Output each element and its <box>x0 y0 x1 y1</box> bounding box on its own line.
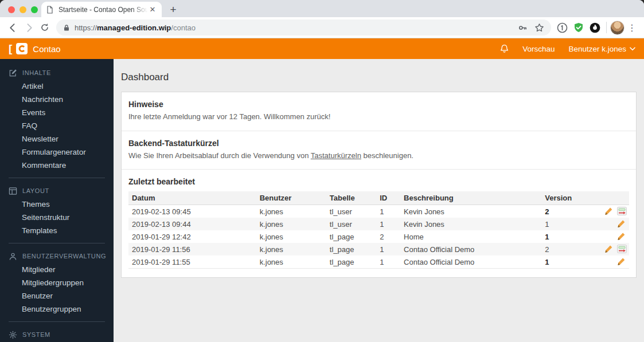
user-icon <box>9 252 17 261</box>
table-row: 2019-01-29 12:42k.jonestl_page2Home1 <box>128 230 629 243</box>
dashboard-card: Hinweise Ihre letzte Anmeldung war vor 1… <box>121 92 637 278</box>
bell-icon[interactable] <box>500 44 509 53</box>
window-controls <box>8 6 38 13</box>
table-row: 2019-01-29 11:56k.jonestl_page1Contao Of… <box>128 243 629 255</box>
recently-edited-heading: Zuletzt bearbeitet <box>128 177 629 186</box>
app-body: INHALTEArtikelNachrichtenEventsFAQNewsle… <box>0 59 644 342</box>
logo-bracket-icon: [ <box>9 43 12 54</box>
extension-icons <box>557 22 600 33</box>
sidebar-item-nachrichten[interactable]: Nachrichten <box>0 93 114 106</box>
cell-actions <box>596 218 629 230</box>
browser-profile-avatar[interactable] <box>610 21 625 35</box>
sidebar-item-faq[interactable]: FAQ <box>0 119 114 132</box>
column-header-actions <box>596 191 629 205</box>
browser-window: Startseite - Contao Open Sour ✕ + https:… <box>0 0 644 342</box>
sidebar-item-formulargenerator[interactable]: Formulargenerator <box>0 146 114 159</box>
cell-benutzer: k.jones <box>256 205 326 218</box>
diff-icon[interactable] <box>617 207 626 216</box>
cell-tabelle: tl_page <box>326 243 376 255</box>
column-header-datum: Datum <box>128 191 256 205</box>
contao-logo[interactable]: [ Contao <box>9 43 61 54</box>
sidebar-divider <box>9 243 105 243</box>
window-minimize-button[interactable] <box>19 6 26 13</box>
shield-icon[interactable] <box>573 22 584 33</box>
url-text: https://managed-edition.wip/contao <box>75 23 513 32</box>
shortcuts-link[interactable]: Tastaturkürzeln <box>311 151 361 160</box>
cell-id: 1 <box>376 255 400 269</box>
sidebar-item-mitglieder[interactable]: Mitglieder <box>0 263 114 276</box>
cell-tabelle: tl_page <box>326 255 376 269</box>
key-icon[interactable] <box>518 23 528 33</box>
cell-benutzer: k.jones <box>256 255 326 269</box>
sidebar-item-seitenstruktur[interactable]: Seitenstruktur <box>0 211 114 224</box>
shortcuts-section: Backend-Tastaturkürzel Wie Sie Ihren Arb… <box>122 131 636 170</box>
preview-link[interactable]: Vorschau <box>522 45 555 53</box>
chevron-down-icon <box>630 47 635 51</box>
brand-name: Contao <box>33 44 60 54</box>
sidebar-item-mitgliedergruppen[interactable]: Mitgliedergruppen <box>0 276 114 289</box>
reload-icon[interactable] <box>37 19 53 36</box>
window-zoom-button[interactable] <box>31 6 38 13</box>
edit-note-icon <box>9 69 17 77</box>
sidebar-item-artikel[interactable]: Artikel <box>0 80 114 93</box>
gear-icon <box>9 331 17 339</box>
diff-icon[interactable] <box>617 245 626 254</box>
user-menu[interactable]: Benutzer k.jones <box>568 45 635 53</box>
back-icon[interactable] <box>5 19 21 36</box>
cell-beschreibung: Contao Official Demo <box>400 243 541 255</box>
pencil-icon[interactable] <box>604 207 613 216</box>
sidebar-group-inhalte: INHALTE <box>0 66 114 80</box>
new-tab-button[interactable]: + <box>165 2 181 17</box>
table-row: 2019-02-13 09:44k.jonestl_user1Kevin Jon… <box>128 218 629 230</box>
browser-toolbar: https://managed-edition.wip/contao ⋮ <box>0 17 644 38</box>
cell-version: 1 <box>541 230 596 243</box>
star-icon[interactable] <box>534 23 544 33</box>
sidebar-item-benutzergruppen[interactable]: Benutzergruppen <box>0 302 114 316</box>
sidebar-group-label: BENUTZERVERWALTUNG <box>22 253 106 260</box>
sidebar-divider <box>9 178 105 178</box>
table-row: 2019-02-13 09:45k.jonestl_user1Kevin Jon… <box>128 205 629 218</box>
sidebar-item-events[interactable]: Events <box>0 106 114 119</box>
cell-actions <box>596 230 629 243</box>
main-content: Dashboard Hinweise Ihre letzte Anmeldung… <box>114 59 644 342</box>
url-path: /contao <box>171 23 196 32</box>
forward-icon[interactable] <box>21 19 37 36</box>
sidebar-item-benutzer[interactable]: Benutzer <box>0 289 114 302</box>
column-header-tabelle: Tabelle <box>326 191 376 205</box>
cell-actions <box>596 243 629 255</box>
sidebar-item-templates[interactable]: Templates <box>0 224 114 237</box>
url-scheme: https:// <box>75 23 97 32</box>
sidebar-group-layout: LAYOUT <box>0 184 114 198</box>
column-header-beschreibung: Beschreibung <box>400 191 541 205</box>
recently-edited-table: DatumBenutzerTabelleIDBeschreibungVersio… <box>128 191 629 269</box>
sidebar-item-newsletter[interactable]: Newsletter <box>0 132 114 146</box>
column-header-benutzer: Benutzer <box>256 191 326 205</box>
tab-close-icon[interactable]: ✕ <box>148 5 157 14</box>
column-header-id: ID <box>376 191 400 205</box>
user-menu-label: Benutzer k.jones <box>568 45 626 53</box>
pencil-icon[interactable] <box>604 245 613 254</box>
cell-datum: 2019-02-13 09:45 <box>128 205 256 218</box>
pencil-icon[interactable] <box>616 232 626 241</box>
onepassword-icon[interactable] <box>557 22 568 33</box>
window-close-button[interactable] <box>8 6 15 13</box>
sidebar-navigation: INHALTEArtikelNachrichtenEventsFAQNewsle… <box>0 59 114 342</box>
cell-actions <box>596 205 629 218</box>
flame-icon[interactable] <box>590 22 600 33</box>
contao-header: [ Contao Vorschau Benutzer k.jones <box>0 38 644 59</box>
pencil-icon[interactable] <box>616 219 626 229</box>
pencil-icon[interactable] <box>616 257 626 266</box>
header-actions: Vorschau Benutzer k.jones <box>500 44 635 53</box>
column-header-version: Version <box>541 191 596 205</box>
sidebar-group-benutzerverwaltung: BENUTZERVERWALTUNG <box>0 249 114 263</box>
browser-menu-icon[interactable]: ⋮ <box>625 20 639 35</box>
sidebar-group-system: SYSTEM <box>0 328 114 341</box>
favicon-doc-icon <box>46 6 54 14</box>
sidebar-item-themes[interactable]: Themes <box>0 198 114 211</box>
browser-tab[interactable]: Startseite - Contao Open Sour ✕ <box>41 2 162 17</box>
cell-beschreibung: Home <box>400 230 541 243</box>
toolbar-divider <box>606 22 607 33</box>
sidebar-item-kommentare[interactable]: Kommentare <box>0 159 114 172</box>
shortcuts-text: Wie Sie Ihren Arbeitsablauf durch die Ve… <box>128 151 629 161</box>
address-bar[interactable]: https://managed-edition.wip/contao <box>56 19 551 36</box>
